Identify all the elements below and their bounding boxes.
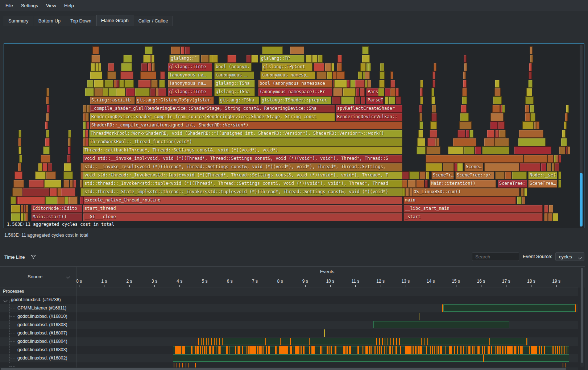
menu-file[interactable]: File [1, 1, 17, 10]
flame-frame[interactable] [561, 138, 567, 146]
flame-frame[interactable] [396, 88, 399, 96]
flame-frame[interactable] [18, 196, 45, 204]
flame-frame[interactable] [529, 71, 532, 79]
flame-frame[interactable] [495, 171, 505, 179]
flame-frame[interactable] [135, 88, 150, 96]
flame-frame[interactable] [448, 146, 464, 154]
flame-frame[interactable] [343, 88, 356, 96]
flame-frame[interactable] [525, 105, 529, 113]
timeline-row-label[interactable]: Processes [3, 287, 24, 296]
flame-frame[interactable] [80, 171, 83, 179]
flame-frame[interactable] [487, 130, 494, 138]
flame-frame[interactable] [316, 71, 327, 79]
flame-frame[interactable] [325, 63, 331, 71]
flame-frame[interactable] [25, 213, 28, 221]
flame-frame[interactable] [522, 196, 525, 204]
flame-frame[interactable] [495, 80, 500, 88]
flame-frame[interactable] [151, 80, 158, 88]
flame-frame[interactable] [518, 138, 546, 146]
flame-frame[interactable] [390, 71, 393, 79]
flame-frame[interactable] [517, 196, 522, 204]
flame-frame[interactable] [475, 146, 481, 154]
flame-frame[interactable] [35, 171, 46, 179]
flame-frame[interactable] [552, 163, 555, 171]
tab-summary[interactable]: Summary [4, 16, 33, 26]
flame-frame[interactable] [107, 71, 116, 79]
flame-frame[interactable] [419, 121, 423, 129]
flame-frame[interactable] [334, 80, 347, 88]
timeline-row[interactable]: godot.linuxbsd. (#16810) [0, 312, 578, 321]
flame-frame[interactable] [251, 55, 258, 63]
flame-frame[interactable] [331, 63, 334, 71]
flame-frame[interactable] [498, 121, 505, 129]
flame-frame[interactable]: __libc_start_main [403, 205, 543, 213]
flame-scrollbar-thumb[interactable] [580, 173, 583, 226]
timeline-row-label[interactable]: godot.linuxbsd. (#16808) [17, 321, 67, 329]
flame-frame[interactable] [246, 55, 251, 63]
flame-frame[interactable] [73, 180, 76, 188]
flame-frame[interactable] [85, 130, 88, 138]
flame-frame[interactable] [463, 71, 466, 79]
flame-frame[interactable] [86, 121, 89, 129]
flame-frame[interactable]: glslang::¯ [169, 55, 200, 63]
flame-frame[interactable]: (anonymous na… [168, 71, 212, 79]
flame-frame[interactable]: std::thread::_State_impl<std::thread::_I… [83, 188, 402, 196]
flame-frame[interactable] [547, 155, 554, 163]
flame-frame[interactable] [484, 163, 519, 171]
flame-frame[interactable] [362, 46, 369, 54]
flame-frame[interactable] [336, 71, 345, 79]
flame-frame[interactable] [530, 105, 534, 113]
flame-frame[interactable] [25, 205, 28, 213]
timeline-bar[interactable] [443, 304, 576, 312]
flame-frame[interactable]: ShaderRD::_compile_variant(unsigned int,… [90, 121, 402, 129]
flame-frame[interactable] [341, 96, 355, 104]
flame-frame[interactable]: String::ascii(b [90, 96, 135, 104]
flame-frame[interactable] [505, 171, 512, 179]
flame-frame[interactable] [46, 171, 56, 179]
timeline-row-label[interactable]: godot.linuxbsd. (#16803) [17, 346, 67, 354]
flame-frame[interactable]: glslang::TP [260, 55, 305, 63]
flame-frame[interactable] [70, 180, 73, 188]
flame-frame[interactable] [537, 121, 539, 129]
flame-frame[interactable] [358, 71, 362, 79]
menu-help[interactable]: Help [60, 1, 78, 10]
timeline-row[interactable]: godot.linuxbsd. (#16738) [0, 296, 578, 304]
flame-frame[interactable] [44, 180, 61, 188]
timeline-row[interactable]: godot.linuxbsd. (#16807) [0, 329, 578, 337]
flame-frame[interactable]: (anonymous namesp… [260, 71, 315, 79]
timeline-row-label[interactable]: godot.linuxbsd. (#16802) [17, 354, 67, 362]
flame-frame[interactable] [420, 80, 423, 88]
flame-frame[interactable] [492, 105, 500, 113]
flame-frame[interactable] [11, 196, 16, 204]
timeline-bar[interactable] [373, 321, 509, 328]
flame-frame[interactable] [362, 55, 370, 63]
flame-frame[interactable] [548, 213, 552, 221]
flame-frame[interactable] [338, 55, 342, 63]
flame-frame[interactable] [482, 146, 509, 154]
flame-frame[interactable] [116, 80, 119, 88]
flame-frame[interactable] [46, 113, 49, 121]
timeline-row[interactable]: Processes [0, 287, 578, 296]
flame-frame[interactable] [332, 96, 341, 104]
flame-frame[interactable] [426, 155, 523, 163]
timeline-row-label[interactable]: godot.linuxbsd. (#16804) [17, 337, 67, 346]
flame-frame[interactable]: Node::_set [528, 171, 557, 179]
flame-frame[interactable] [558, 171, 561, 179]
timeline-row[interactable]: CPMMListener (#16811) [0, 304, 578, 312]
flame-frame[interactable] [565, 113, 568, 121]
flame-frame[interactable] [355, 80, 365, 88]
flame-frame[interactable] [314, 63, 324, 71]
flame-frame[interactable] [21, 213, 24, 221]
flame-frame[interactable] [360, 88, 365, 96]
flame-frame[interactable]: Main::iteration() [430, 180, 496, 188]
flame-frame[interactable] [145, 46, 153, 54]
flame-frame[interactable] [493, 96, 502, 104]
flame-frame[interactable] [46, 130, 49, 138]
flame-frame[interactable] [494, 88, 501, 96]
flame-frame[interactable] [469, 130, 473, 138]
flame-frame[interactable] [91, 55, 100, 63]
flame-frame[interactable] [63, 180, 69, 188]
flame-frame[interactable]: std::thread::_Invoker<std::tuple<void (*… [83, 180, 402, 188]
tab-flame-graph[interactable]: Flame Graph [96, 15, 133, 26]
flame-frame[interactable] [69, 196, 78, 204]
